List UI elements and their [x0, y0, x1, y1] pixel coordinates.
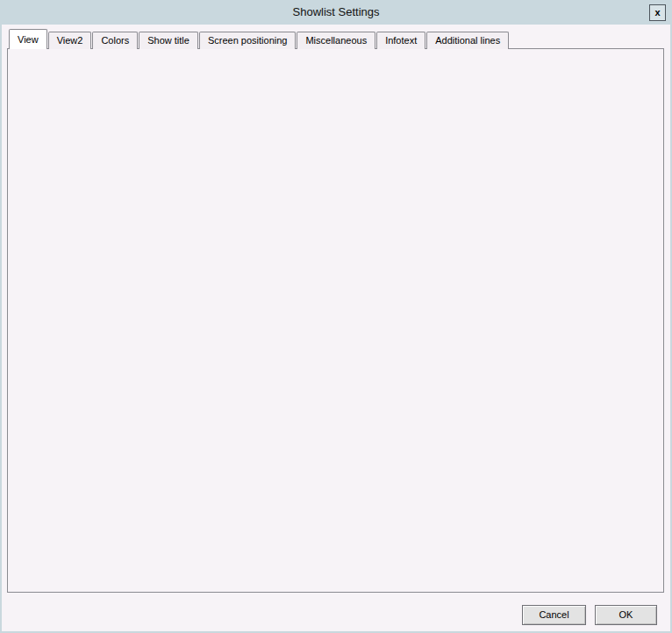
tab-label: Miscellaneous — [305, 35, 367, 46]
tab-label: Colors — [101, 35, 129, 46]
cancel-button[interactable]: Cancel — [522, 605, 586, 625]
tab[interactable]: Screen positioning — [199, 32, 297, 49]
tab[interactable]: Infotext — [376, 32, 425, 49]
tab-label: View2 — [57, 35, 83, 46]
tab-label: View — [18, 34, 39, 45]
view-tab-panel — [7, 48, 664, 593]
tab-label: Infotext — [385, 35, 417, 46]
tab[interactable]: View2 — [48, 32, 92, 49]
window-title: Showlist Settings — [0, 5, 672, 18]
close-icon[interactable]: x — [649, 4, 666, 21]
tab[interactable]: Additional lines — [426, 32, 509, 49]
showlist-settings-dialog: Showlist Settings x ViewView2ColorsShow … — [0, 0, 672, 633]
tab[interactable]: Miscellaneous — [297, 32, 375, 49]
tab[interactable]: Show title — [139, 32, 198, 49]
tab-bar: ViewView2ColorsShow titleScreen position… — [9, 29, 510, 49]
ok-button[interactable]: OK — [595, 605, 657, 625]
tab[interactable]: View — [9, 29, 47, 49]
tab-label: Additional lines — [435, 35, 500, 46]
tab-label: Show title — [147, 35, 189, 46]
title-bar: Showlist Settings x — [0, 0, 672, 25]
tab-label: Screen positioning — [208, 35, 288, 46]
tab[interactable]: Colors — [92, 32, 138, 49]
